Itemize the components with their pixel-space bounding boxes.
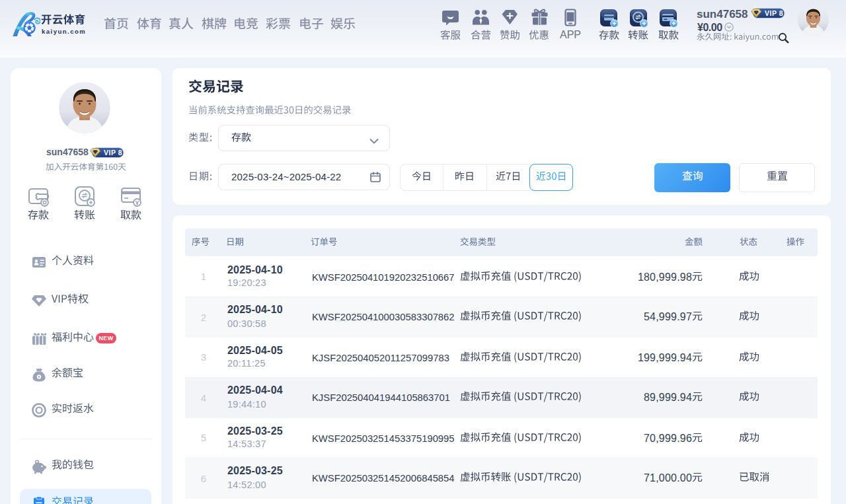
- svg-text:VIP 8: VIP 8: [765, 9, 783, 17]
- svg-text:VIP 8: VIP 8: [104, 149, 122, 157]
